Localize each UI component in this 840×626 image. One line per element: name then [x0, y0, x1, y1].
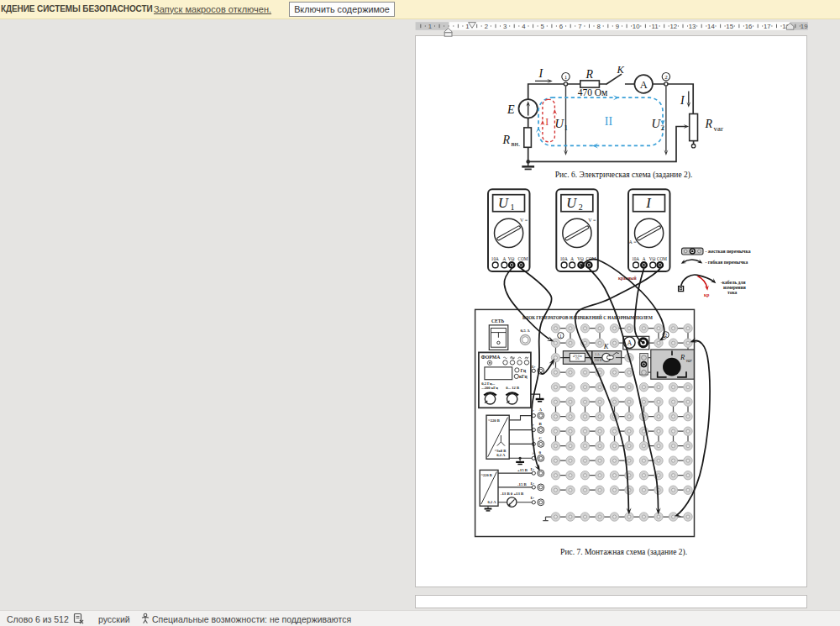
svg-text:1 А: 1 А	[595, 353, 600, 356]
svg-text:1: 1	[511, 203, 515, 212]
svg-text:- жесткая перемычка: - жесткая перемычка	[706, 249, 751, 254]
svg-text:10А: 10А	[632, 256, 639, 261]
svg-text:0,2 А: 0,2 А	[496, 453, 506, 457]
svg-text:-15 В: -15 В	[517, 482, 528, 487]
svg-text:12: 12	[669, 23, 677, 30]
svg-text:VΩ: VΩ	[577, 256, 584, 261]
svg-text:V =: V =	[520, 218, 528, 223]
svg-text:8: 8	[596, 23, 600, 30]
svg-text:1: 1	[559, 333, 562, 339]
svg-text:250 В: 250 В	[595, 359, 602, 362]
svg-text:А: А	[539, 408, 543, 412]
svg-text:I: I	[538, 67, 544, 80]
svg-text:...200 кГц: ...200 кГц	[481, 386, 498, 390]
svg-text:2: 2	[664, 74, 668, 81]
svg-text:VΩ: VΩ	[508, 256, 515, 261]
svg-text:470 Ом: 470 Ом	[578, 87, 608, 97]
svg-text:I>: I>	[530, 467, 534, 471]
svg-text:VΩ: VΩ	[649, 256, 656, 261]
svg-text:I>: I>	[530, 496, 534, 500]
svg-text:1: 1	[428, 23, 432, 30]
svg-text:5: 5	[541, 23, 545, 30]
svg-text:E: E	[507, 103, 515, 116]
svg-text:Рис. 6. Электрическая схема (з: Рис. 6. Электрическая схема (задание 2).	[555, 169, 693, 180]
svg-text:15: 15	[726, 23, 733, 30]
svg-text:А: А	[570, 256, 574, 261]
svg-text:10: 10	[633, 23, 640, 30]
svg-text:- гибкая перемычка: - гибкая перемычка	[706, 260, 748, 265]
svg-text:17: 17	[764, 23, 771, 30]
svg-text:А: А	[503, 256, 507, 261]
svg-text:СЕТЬ: СЕТЬ	[491, 318, 505, 324]
svg-text:2: 2	[579, 203, 583, 212]
svg-text:9: 9	[616, 23, 619, 30]
svg-text:var: var	[714, 124, 724, 133]
svg-text:3: 3	[503, 23, 507, 30]
svg-text:6: 6	[559, 23, 563, 30]
svg-text:I: I	[680, 94, 685, 107]
svg-text:II: II	[605, 115, 613, 128]
svg-text:U: U	[498, 195, 509, 211]
svg-text:19: 19	[801, 23, 808, 30]
svg-text:~220 В: ~220 В	[488, 418, 500, 423]
svg-text:var: var	[686, 358, 693, 363]
svg-text:тока: тока	[727, 290, 738, 295]
svg-text:13: 13	[689, 23, 696, 30]
svg-text:~220 В: ~220 В	[481, 473, 492, 477]
svg-text:R: R	[705, 118, 713, 130]
svg-text:4: 4	[522, 23, 526, 30]
svg-text:5%: 5%	[575, 357, 580, 360]
svg-text:Гц: Гц	[521, 368, 527, 373]
svg-text:С: С	[539, 436, 543, 440]
svg-text:кГц: кГц	[519, 374, 528, 379]
svg-text:R: R	[585, 68, 594, 81]
svg-text:11: 11	[651, 23, 658, 30]
svg-text:7: 7	[578, 23, 581, 30]
svg-text:0... 12 В: 0... 12 В	[506, 386, 519, 390]
svg-text:0,2 А: 0,2 А	[488, 500, 497, 504]
svg-text:I: I	[545, 116, 549, 128]
svg-text:2: 2	[485, 23, 488, 30]
svg-text:ФОРМА: ФОРМА	[481, 355, 501, 360]
svg-text:Рис. 7. Монтажная схема (задан: Рис. 7. Монтажная схема (задание 2).	[560, 546, 687, 557]
svg-text:16: 16	[745, 23, 753, 30]
svg-text:R: R	[680, 353, 685, 361]
svg-text:1: 1	[564, 74, 568, 81]
svg-text:-13 В 0 +13 В: -13 В 0 +13 В	[501, 492, 524, 496]
svg-text:COM: COM	[518, 256, 528, 261]
svg-text:1: 1	[564, 124, 569, 132]
svg-text:10А: 10А	[491, 256, 499, 261]
svg-text:10А: 10А	[560, 256, 568, 261]
svg-text:вн.: вн.	[512, 139, 521, 148]
svg-text:А: А	[643, 256, 646, 261]
svg-text:0,5 А: 0,5 А	[520, 329, 530, 333]
svg-text:+15 В: +15 В	[517, 468, 528, 472]
svg-text:I>: I>	[530, 481, 534, 486]
svg-text:I>: I>	[532, 365, 536, 369]
svg-text:14: 14	[707, 23, 715, 30]
svg-text:А =: А =	[628, 239, 637, 245]
svg-text:К: К	[617, 64, 625, 76]
svg-text:V =: V =	[588, 218, 596, 223]
svg-text:R: R	[502, 134, 511, 146]
svg-text:кр: кр	[704, 292, 709, 297]
svg-text:А: А	[640, 79, 648, 91]
svg-text:U: U	[566, 195, 577, 211]
svg-text:COM: COM	[657, 256, 667, 261]
svg-text:А: А	[627, 339, 632, 347]
svg-text:2: 2	[661, 124, 665, 132]
